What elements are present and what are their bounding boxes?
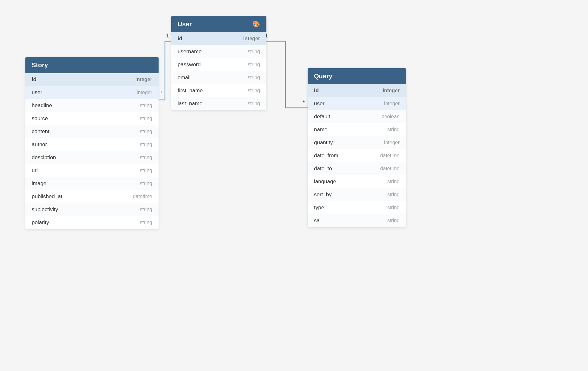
- user-lastname-type: string: [248, 101, 260, 107]
- query-user-label-1: *: [303, 100, 305, 106]
- story-desciption-row: desciption string: [25, 151, 159, 164]
- user-table-title: User: [178, 21, 192, 28]
- query-table-header: Query: [308, 68, 406, 84]
- story-id-type: integer: [135, 77, 152, 82]
- story-desciption-name: desciption: [32, 154, 56, 161]
- user-firstname-row: first_name string: [171, 84, 266, 97]
- story-content-row: content string: [25, 125, 159, 138]
- story-url-row: url string: [25, 164, 159, 177]
- story-content-type: string: [140, 129, 152, 134]
- query-table: Query id integer user integer default bo…: [308, 68, 406, 227]
- query-datefrom-type: datetime: [380, 153, 400, 159]
- query-language-name: language: [314, 179, 336, 185]
- query-dateto-row: date_to datetime: [308, 162, 406, 175]
- story-user-type: integer: [137, 90, 152, 95]
- query-id-name: id: [314, 88, 319, 94]
- user-firstname-type: string: [248, 88, 260, 94]
- user-story-label-1: 1: [166, 33, 169, 38]
- user-username-name: username: [178, 49, 202, 55]
- query-name-row: name string: [308, 123, 406, 136]
- story-image-type: string: [140, 181, 152, 186]
- story-user-connector: [159, 41, 171, 100]
- story-polarity-name: polarity: [32, 219, 49, 226]
- story-desciption-type: string: [140, 155, 152, 160]
- query-id-type: integer: [383, 88, 400, 94]
- query-user-type: integer: [384, 101, 400, 107]
- story-url-name: url: [32, 167, 38, 174]
- story-polarity-row: polarity string: [25, 216, 159, 229]
- query-quantity-row: quantity integer: [308, 136, 406, 149]
- query-quantity-name: quantity: [314, 140, 333, 146]
- user-username-type: string: [248, 49, 260, 55]
- user-username-row: username string: [171, 45, 266, 58]
- user-id-row: id integer: [171, 32, 266, 45]
- query-default-name: default: [314, 114, 330, 120]
- palette-icon: 🎨: [252, 20, 260, 28]
- story-image-row: image string: [25, 177, 159, 190]
- story-published-row: published_at datetime: [25, 190, 159, 203]
- user-password-row: password string: [171, 58, 266, 71]
- story-author-type: string: [140, 142, 152, 147]
- user-password-name: password: [178, 62, 201, 68]
- story-table-title: Story: [32, 62, 48, 69]
- story-polarity-type: string: [140, 220, 152, 225]
- query-dateto-type: datetime: [380, 166, 400, 172]
- story-subjectivity-row: subjectivity string: [25, 203, 159, 216]
- user-password-type: string: [248, 62, 260, 68]
- story-headline-row: headline string: [25, 99, 159, 112]
- story-id-name: id: [32, 76, 36, 83]
- query-name-type: string: [387, 127, 400, 133]
- user-id-type: integer: [243, 36, 260, 42]
- story-author-row: author string: [25, 138, 159, 151]
- user-lastname-row: last_name string: [171, 97, 266, 110]
- story-image-name: image: [32, 180, 46, 187]
- story-subjectivity-type: string: [140, 207, 152, 212]
- user-table: User 🎨 id integer username string passwo…: [171, 16, 266, 110]
- query-sortby-type: string: [387, 192, 400, 198]
- story-user-name: user: [32, 89, 42, 96]
- query-quantity-type: integer: [384, 140, 400, 146]
- story-source-name: source: [32, 115, 48, 122]
- user-id-name: id: [178, 36, 182, 42]
- story-headline-type: string: [140, 103, 152, 108]
- user-email-type: string: [248, 75, 260, 81]
- query-default-type: boolean: [382, 114, 400, 120]
- query-datefrom-row: date_from datetime: [308, 149, 406, 162]
- query-type-row: type string: [308, 201, 406, 214]
- story-table: Story id integer user integer headline s…: [25, 57, 159, 229]
- story-user-label-1: *: [160, 91, 162, 96]
- user-lastname-name: last_name: [178, 101, 202, 107]
- story-subjectivity-name: subjectivity: [32, 206, 58, 213]
- query-sa-type: string: [387, 218, 400, 224]
- user-query-connector: [263, 41, 308, 108]
- query-default-row: default boolean: [308, 110, 406, 123]
- user-firstname-name: first_name: [178, 88, 203, 94]
- query-type-type: string: [387, 205, 400, 211]
- story-table-header: Story: [25, 57, 159, 73]
- story-source-type: string: [140, 116, 152, 121]
- story-source-row: source string: [25, 112, 159, 125]
- query-name-name: name: [314, 127, 328, 133]
- story-user-row: user integer: [25, 86, 159, 99]
- story-content-name: content: [32, 128, 49, 135]
- query-sortby-row: sort_by string: [308, 188, 406, 201]
- query-user-row: user integer: [308, 97, 406, 110]
- story-author-name: author: [32, 141, 47, 148]
- query-dateto-name: date_to: [314, 166, 332, 172]
- query-datefrom-name: date_from: [314, 153, 338, 159]
- query-table-title: Query: [314, 73, 332, 80]
- query-user-name: user: [314, 101, 324, 107]
- query-sa-row: sa string: [308, 214, 406, 227]
- story-published-type: datetime: [133, 194, 152, 199]
- query-sortby-name: sort_by: [314, 192, 332, 198]
- query-language-type: string: [387, 179, 400, 185]
- story-headline-name: headline: [32, 102, 52, 109]
- user-email-name: email: [178, 75, 191, 81]
- story-published-name: published_at: [32, 193, 62, 200]
- diagram-canvas: * 1 1 * Story id integer user integer he…: [0, 0, 588, 371]
- query-sa-name: sa: [314, 218, 320, 224]
- query-language-row: language string: [308, 175, 406, 188]
- story-url-type: string: [140, 168, 152, 173]
- query-type-name: type: [314, 205, 324, 211]
- query-id-row: id integer: [308, 84, 406, 97]
